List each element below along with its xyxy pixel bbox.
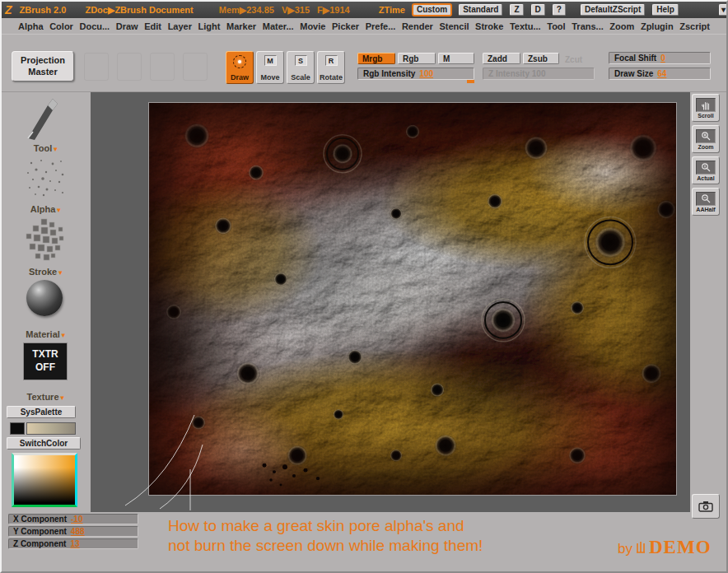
- frames-indicator: F▶1914: [317, 5, 350, 16]
- x-component-slider[interactable]: X Component -10: [8, 514, 138, 524]
- stroke-palette-label[interactable]: Stroke▼: [2, 267, 91, 277]
- disabled-tool-slot: [150, 53, 175, 81]
- rotate-mode-button[interactable]: R Rotate: [317, 51, 345, 84]
- move-mode-button[interactable]: M Move: [256, 51, 284, 84]
- help-button[interactable]: Help: [652, 4, 679, 16]
- disabled-tool-slot: [117, 53, 142, 81]
- scale-mode-button[interactable]: S Scale: [287, 51, 315, 84]
- chevron-down-icon: ▼: [52, 146, 58, 153]
- menu-transform[interactable]: Trans...: [572, 21, 604, 31]
- app-title: ZBrush 2.0: [20, 5, 67, 15]
- canvas-document[interactable]: [148, 102, 677, 496]
- menu-marker[interactable]: Marker: [226, 21, 256, 31]
- camera-icon: [698, 501, 713, 512]
- menu-tool[interactable]: Tool: [547, 21, 565, 31]
- menu-draw[interactable]: Draw: [116, 21, 138, 31]
- views-indicator: V▶315: [282, 5, 310, 16]
- z-component-slider[interactable]: Z Component 13: [8, 538, 138, 549]
- chevron-down-icon: ▼: [59, 394, 66, 402]
- z-intensity-slider-disabled: Z Intensity 100: [483, 68, 595, 80]
- y-component-slider[interactable]: Y Component 488: [8, 526, 138, 537]
- x-component-value: -10: [71, 515, 82, 524]
- draw-size-value: 64: [657, 69, 666, 78]
- menu-zoom[interactable]: Zoom: [609, 21, 634, 31]
- bottom-bar: X Component -10 Y Component 488 Z Compon…: [2, 512, 726, 571]
- rgb-intensity-value: 100: [419, 69, 433, 78]
- rgb-button[interactable]: Rgb: [398, 53, 436, 64]
- color-picker[interactable]: [12, 453, 77, 507]
- standard-ui-button[interactable]: Standard: [459, 4, 502, 16]
- right-toolbar: Scroll Zoom Actual AAHalf: [692, 94, 721, 216]
- alpha-palette-label[interactable]: Alpha▼: [2, 204, 91, 214]
- magnifier-plus-icon: [696, 129, 716, 143]
- current-alpha-icon[interactable]: [23, 156, 68, 198]
- focal-shift-slider[interactable]: Focal Shift 0: [609, 52, 711, 64]
- by-label: by: [618, 541, 632, 557]
- zbrush-logo-icon: Z: [5, 3, 12, 16]
- skin-pore-texture: [149, 103, 676, 495]
- menu-edit[interactable]: Edit: [144, 21, 161, 31]
- chevron-down-icon: ▼: [55, 207, 62, 214]
- zoom-button[interactable]: Zoom: [692, 125, 720, 153]
- draw-size-slider[interactable]: Draw Size 64: [609, 68, 711, 80]
- current-material-sphere[interactable]: [26, 280, 63, 316]
- actual-size-button[interactable]: Actual: [692, 156, 720, 184]
- m-button[interactable]: M: [438, 53, 474, 64]
- top-toolbar: Projection Master Draw M Move S Scale R …: [2, 35, 726, 92]
- aahalf-button[interactable]: AAHalf: [692, 188, 720, 216]
- zadd-button[interactable]: Zadd: [483, 53, 520, 64]
- menu-bar: Alpha Color Docu... Draw Edit Layer Ligh…: [2, 18, 726, 35]
- menu-stroke[interactable]: Stroke: [475, 21, 503, 31]
- rotate-icon: R: [325, 55, 338, 66]
- menu-movie[interactable]: Movie: [300, 21, 325, 31]
- chevron-down-icon: ▼: [60, 332, 67, 339]
- texture-palette-label[interactable]: Texture▼: [2, 392, 91, 402]
- default-zscript-button[interactable]: DefaultZScript: [581, 4, 645, 16]
- projection-master-button[interactable]: Projection Master: [12, 51, 74, 82]
- gradient-color-swatch[interactable]: [26, 422, 76, 435]
- draw-mode-button[interactable]: Draw: [226, 51, 254, 84]
- menu-stencil[interactable]: Stencil: [439, 21, 469, 31]
- menu-color[interactable]: Color: [49, 21, 73, 31]
- hand-scroll-icon: [696, 98, 716, 112]
- current-stroke-icon[interactable]: [23, 217, 66, 262]
- rgb-intensity-slider[interactable]: Rgb Intensity 100: [357, 68, 474, 80]
- canvas-panel[interactable]: [91, 92, 690, 512]
- menu-zscript[interactable]: Zscript: [679, 21, 710, 31]
- menu-layer[interactable]: Layer: [168, 21, 192, 31]
- disabled-tool-slot: [84, 53, 109, 81]
- z-button[interactable]: Z: [510, 4, 523, 16]
- texture-off-swatch[interactable]: TXTR OFF: [23, 342, 68, 380]
- switchcolor-button[interactable]: SwitchColor: [7, 437, 81, 450]
- menu-render[interactable]: Render: [402, 21, 433, 31]
- help-question-button[interactable]: ?: [553, 4, 566, 16]
- slider-notch: [467, 80, 474, 83]
- syspalette-button[interactable]: SysPalette: [7, 406, 76, 418]
- menu-document[interactable]: Docu...: [79, 21, 110, 31]
- disabled-tool-slot: [183, 53, 208, 81]
- menu-texture[interactable]: Textu...: [510, 21, 541, 31]
- menu-alpha[interactable]: Alpha: [18, 21, 44, 31]
- d-button[interactable]: D: [531, 4, 545, 16]
- document-name: ZDoc▶ZBrush Document: [85, 5, 193, 16]
- zbrush-window: Z ZBrush 2.0 ZDoc▶ZBrush Document Mem▶23…: [0, 0, 728, 573]
- mrgb-button[interactable]: Mrgb: [357, 53, 395, 64]
- menu-material[interactable]: Mater...: [263, 21, 294, 31]
- left-sidebar: Tool▼ Alpha▼ Stroke▼: [2, 92, 91, 512]
- material-palette-label[interactable]: Material▼: [2, 329, 91, 339]
- menu-light[interactable]: Light: [198, 21, 221, 31]
- move-icon: M: [264, 55, 277, 66]
- tutorial-caption: How to make a great skin pore alpha's an…: [168, 516, 483, 556]
- menu-picker[interactable]: Picker: [332, 21, 359, 31]
- scroll-button[interactable]: Scroll: [692, 94, 720, 122]
- y-component-value: 488: [71, 527, 85, 536]
- scale-icon: S: [295, 55, 307, 66]
- custom-ui-button[interactable]: Custom: [413, 4, 451, 16]
- main-color-swatch[interactable]: [10, 422, 25, 435]
- current-tool-icon[interactable]: [21, 96, 64, 140]
- minimize-button[interactable]: ▾: [719, 4, 728, 16]
- tool-palette-label[interactable]: Tool▼: [2, 143, 91, 153]
- menu-zplugin[interactable]: Zplugin: [641, 21, 674, 31]
- menu-preferences[interactable]: Prefe...: [366, 21, 396, 31]
- zsub-button[interactable]: Zsub: [523, 53, 559, 64]
